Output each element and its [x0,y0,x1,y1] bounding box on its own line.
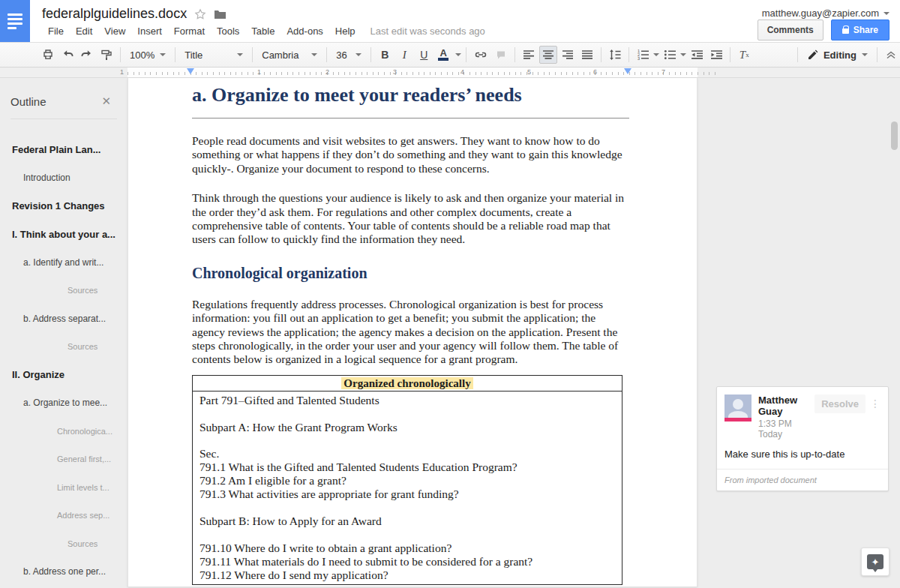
outline-item[interactable]: b. Address separat... [0,304,124,333]
share-button[interactable]: Share [831,20,890,40]
increase-indent-button[interactable] [707,46,725,64]
table-line[interactable] [200,528,617,542]
paragraph-style-select[interactable]: Title [180,46,248,64]
outline-item[interactable]: General first,... [0,446,124,474]
menu-item[interactable]: Add-ons [280,23,328,39]
menu-item[interactable]: Edit [70,23,98,39]
collapse-toolbar-button[interactable] [882,46,900,64]
chevron-down-icon[interactable] [680,53,686,56]
menu-item[interactable]: View [98,23,131,39]
align-center-button[interactable] [539,46,557,64]
resolve-button[interactable]: Resolve [814,394,866,413]
align-justify-button[interactable] [578,46,596,64]
outline-item[interactable]: b. Address one per... [0,558,124,586]
outline-item[interactable]: Limit levels t... [0,473,124,502]
document-title[interactable]: federalplguidelines.docx [42,6,187,22]
bulleted-list-button[interactable] [661,46,679,64]
decrease-indent-button[interactable] [688,46,706,64]
ruler-number: 2 [326,68,329,76]
table-line[interactable]: 791.12 Where do I send my application? [200,568,617,582]
menu-item[interactable]: File [42,23,70,39]
ruler-number: 5 [527,68,531,76]
left-indent-marker[interactable] [187,68,194,74]
align-left-button[interactable] [520,46,538,64]
docs-home-icon[interactable] [0,0,30,42]
redo-button[interactable] [78,46,96,64]
account-menu[interactable]: matthew.guay@zapier.com [762,8,890,19]
align-right-button[interactable] [559,46,577,64]
comments-button[interactable]: Comments [758,20,824,40]
table-line[interactable]: 791.3 What activities are appropriate fo… [200,488,617,501]
menu-item[interactable]: Help [329,23,362,39]
ruler-number: 3 [393,68,397,76]
document-paragraph[interactable]: People read documents and visit websites… [192,134,629,176]
chevron-down-icon[interactable] [455,53,461,56]
comment-author: Matthew Guay [758,394,814,417]
explore-button[interactable]: ✦ [861,548,890,576]
comment-timestamp: 1:33 PM Today [758,418,814,440]
outline-item[interactable]: Sources [0,530,124,558]
table-line[interactable] [200,434,617,448]
outline-item[interactable]: I. Think about your a... [0,220,124,249]
table-line[interactable]: Subpart B: How to Apply for an Award [200,514,617,528]
font-select[interactable]: Cambria [257,46,322,64]
bold-button[interactable]: B [376,46,394,64]
font-size-select[interactable]: 36 [332,46,366,64]
right-indent-marker[interactable] [624,68,632,74]
insert-link-button[interactable] [471,46,490,64]
outline-item[interactable]: Introduction [0,164,124,193]
chevron-down-icon [237,53,243,56]
menu-item[interactable]: Insert [131,23,168,39]
table-line[interactable]: 791.11 What materials do I need to submi… [200,555,617,568]
outline-item[interactable]: Federal Plain Lan... [0,136,124,164]
outline-item[interactable]: Revision 1 Changes [0,192,124,220]
underline-button[interactable]: U [415,46,433,64]
clear-formatting-button[interactable]: Tx [735,46,753,64]
star-icon[interactable] [194,8,206,20]
undo-button[interactable] [58,46,76,64]
italic-button[interactable]: I [395,46,413,64]
mode-select[interactable]: Editing [802,46,872,64]
chevron-down-icon[interactable] [653,53,659,56]
document-table[interactable]: Organized chronologically Part 791–Gifte… [192,375,622,585]
document-heading1[interactable]: a. Organize to meet your readers’ needs [192,82,629,118]
menu-item[interactable]: Tools [211,23,245,39]
document-page[interactable]: a. Organize to meet your readers’ needs … [128,78,698,587]
table-line[interactable]: Part 791–Gifted and Talented Students [200,394,617,407]
comment-text[interactable]: Make sure this is up-to-date [717,444,888,469]
folder-icon[interactable] [214,9,226,20]
document-heading2[interactable]: Chronological organization [192,265,629,282]
zoom-select[interactable]: 100% [125,46,170,64]
last-edit-status[interactable]: Last edit was seconds ago [370,26,485,37]
document-paragraph[interactable]: Regulations frequently address processes… [192,298,629,367]
insert-comment-button[interactable] [492,46,510,64]
menu-item[interactable]: Format [168,23,211,39]
table-line[interactable]: 791.1 What is the Gifted and Talented St… [200,460,617,474]
table-line[interactable]: 791.2 Am I eligible for a grant? [200,474,617,488]
outline-item[interactable]: Sources [0,333,124,362]
table-line[interactable] [200,407,617,421]
outline-item[interactable]: a. Identify and writ... [0,248,124,277]
comment-menu-icon[interactable]: ⋮ [870,398,880,410]
outline-item[interactable]: Sources [0,277,124,305]
print-button[interactable] [39,46,57,64]
outline-item[interactable]: II. Organize [0,361,124,389]
table-line[interactable]: Subpart A: How the Grant Program Works [200,421,617,434]
table-header-row[interactable]: Organized chronologically [193,376,622,392]
ruler-number: 6 [593,68,597,76]
scrollbar-thumb[interactable] [891,122,898,150]
numbered-list-button[interactable]: 123 [634,46,652,64]
table-line[interactable]: Sec. [200,447,617,460]
menu-item[interactable]: Table [245,23,280,39]
paint-format-button[interactable] [98,46,116,64]
text-color-button[interactable]: A [434,46,452,64]
close-icon[interactable]: ✕ [101,94,111,108]
table-line[interactable] [200,501,617,514]
table-line[interactable]: 791.10 Where do I write to obtain a gran… [200,542,617,555]
outline-item[interactable]: Address sep... [0,502,124,530]
document-paragraph[interactable]: Think through the questions your audienc… [192,191,629,247]
ruler[interactable]: 1 1 2 3 4 5 6 7 [0,68,900,78]
outline-item[interactable]: Chronologica... [0,417,124,446]
outline-item[interactable]: a. Organize to mee... [0,389,124,418]
line-spacing-button[interactable] [606,46,624,64]
